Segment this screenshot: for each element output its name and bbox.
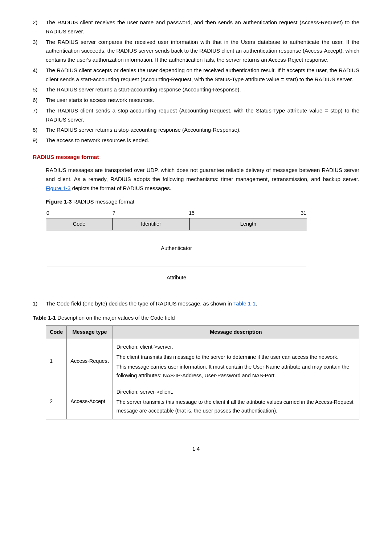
scale-31: 31	[197, 209, 306, 217]
table-row: 1Access-RequestDirection: client->server…	[46, 339, 359, 384]
list-item: 6)The user starts to access network reso…	[33, 96, 359, 105]
list-number: 6)	[33, 96, 46, 105]
list-text: The access to network resources is ended…	[46, 136, 359, 145]
list-number: 2)	[33, 18, 46, 36]
cell-message-type: Access-Request	[67, 339, 113, 384]
table-link[interactable]: Table 1-1	[233, 300, 256, 307]
table-title: Description on the major values of the C…	[56, 315, 175, 321]
list-number: 4)	[33, 66, 46, 84]
section-heading: RADIUS message format	[33, 152, 359, 162]
page-number: 1-4	[33, 445, 359, 453]
list-item: 3)The RADIUS server compares the receive…	[33, 38, 359, 65]
cell-message-type: Access-Accept	[67, 384, 113, 419]
list-item: 7)The RADIUS client sends a stop-account…	[33, 106, 359, 124]
figure-link[interactable]: Figure 1-3	[46, 185, 70, 191]
list-item: 5)The RADIUS server returns a start-acco…	[33, 85, 359, 94]
numbered-list: 2)The RADIUS client receives the user na…	[33, 18, 359, 145]
scale-7: 7	[49, 209, 118, 217]
list-text: The RADIUS server compares the received …	[46, 38, 359, 65]
list-text: The user starts to access network resour…	[46, 96, 359, 105]
list-number: 7)	[33, 106, 46, 124]
list-text: The RADIUS server returns a start-accoun…	[46, 85, 359, 94]
field-identifier: Identifier	[113, 218, 190, 230]
note-text-b: .	[256, 300, 257, 307]
cell-message-description: Direction: server->client.The server tra…	[113, 384, 359, 419]
intro-paragraph: RADIUS messages are transported over UDP…	[46, 166, 359, 193]
table-label: Table 1-1	[33, 315, 56, 321]
list-item: 2)The RADIUS client receives the user na…	[33, 18, 359, 36]
list-text: The RADIUS client receives the user name…	[46, 18, 359, 36]
figure-label: Figure 1-3	[46, 198, 72, 205]
code-field-table: Code Message type Message description 1A…	[46, 325, 359, 419]
description-line: The client transmits this message to the…	[117, 353, 355, 362]
description-line: Direction: client->server.	[117, 343, 355, 352]
description-line: The server transmits this message to the…	[117, 398, 355, 415]
field-length: Length	[190, 218, 307, 230]
list-item: 8)The RADIUS server returns a stop-accou…	[33, 126, 359, 135]
scale-15: 15	[118, 209, 197, 217]
bit-scale: 0 7 15 31	[46, 209, 307, 218]
list-item: 4)The RADIUS client accepts or denies th…	[33, 66, 359, 84]
field-attribute: Attribute	[46, 267, 307, 289]
list-number: 3)	[33, 38, 46, 65]
figure-caption: Figure 1-3 RADIUS message format	[46, 197, 359, 206]
col-message-type: Message type	[67, 325, 113, 339]
scale-0: 0	[46, 209, 49, 217]
table-header-row: Code Message type Message description	[46, 325, 359, 339]
list-text: The RADIUS client accepts or denies the …	[46, 66, 359, 84]
intro-text-pre: RADIUS messages are transported over UDP…	[46, 167, 359, 182]
diagram-header-row: Code Identifier Length	[46, 218, 307, 230]
col-code: Code	[46, 325, 67, 339]
description-line: This message carries user information. I…	[117, 363, 355, 380]
figure-title: RADIUS message format	[72, 198, 135, 205]
intro-text-post: depicts the format of RADIUS messages.	[70, 185, 171, 191]
list-number: 5)	[33, 85, 46, 94]
message-format-diagram: 0 7 15 31 Code Identifier Length Authent…	[46, 209, 307, 289]
field-authenticator: Authenticator	[46, 230, 307, 267]
cell-code: 2	[46, 384, 67, 419]
cell-message-description: Direction: client->server.The client tra…	[113, 339, 359, 384]
list-text: The RADIUS server returns a stop-account…	[46, 126, 359, 135]
table-row: 2Access-AcceptDirection: server->client.…	[46, 384, 359, 419]
list-number: 8)	[33, 126, 46, 135]
list-item: 9)The access to network resources is end…	[33, 136, 359, 145]
field-code: Code	[46, 218, 113, 230]
list-text: The RADIUS client sends a stop-accountin…	[46, 106, 359, 124]
description-line: Direction: server->client.	[117, 388, 355, 397]
cell-code: 1	[46, 339, 67, 384]
list-text: The Code field (one byte) decides the ty…	[46, 299, 359, 308]
list-number: 1)	[33, 299, 46, 308]
col-message-description: Message description	[113, 325, 359, 339]
code-field-note: 1) The Code field (one byte) decides the…	[33, 299, 359, 308]
note-text-a: The Code field (one byte) decides the ty…	[46, 300, 233, 307]
list-number: 9)	[33, 136, 46, 145]
table-caption: Table 1-1 Description on the major value…	[33, 313, 359, 323]
